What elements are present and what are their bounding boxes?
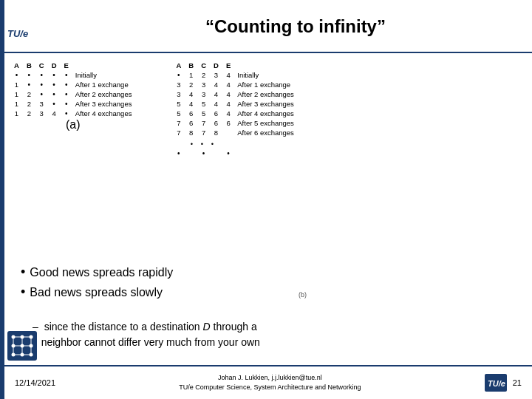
footer-line1: Johan J. Lukkien, j.j.lukkien@tue.nl (179, 373, 361, 383)
table-b: A B C D E • 1 2 3 4 Initial (172, 61, 297, 158)
footer: 12/14/2021 Johan J. Lukkien, j.j.lukkien… (4, 365, 532, 399)
table-a-header-b: B (23, 61, 35, 70)
bullet-item-1: • Good news spreads rapidly (21, 265, 173, 280)
table-a-header-d: D (48, 61, 61, 70)
footer-date: 12/14/2021 (15, 378, 55, 387)
left-bar (0, 0, 4, 399)
table-row: • • • • • Initially (10, 70, 135, 80)
table-a-header-c: C (35, 61, 48, 70)
bullet-text-2: Bad news spreads slowly (30, 286, 163, 299)
sub-bullet-text: since the distance to a destination D th… (33, 321, 260, 348)
footer-line2: TU/e Computer Science, System Architectu… (179, 383, 361, 393)
table-row: • 1 2 3 4 Initially (172, 70, 297, 80)
title-divider (4, 52, 532, 53)
table-b-label: (b) (299, 291, 307, 299)
table-a-label: (a) (66, 118, 81, 132)
table-b-header-a: A (172, 61, 185, 70)
tables-container: A B C D E • • • • • Initial (10, 61, 525, 158)
table-a-header-a: A (10, 61, 23, 70)
table-row: 7 6 7 6 6 After 5 exchanges (172, 118, 297, 128)
main-content: A B C D E • • • • • Initial (10, 58, 525, 362)
dots-row2: • • • (172, 149, 297, 158)
bullet-text-1: Good news spreads rapidly (30, 266, 173, 279)
footer-center: Johan J. Lukkien, j.j.lukkien@tue.nl TU/… (179, 373, 361, 393)
table-a: A B C D E • • • • • Initial (10, 61, 135, 118)
page-title: “Counting to infinity” (74, 16, 517, 37)
table-row: 3 4 3 4 4 After 2 exchanges (172, 89, 297, 99)
table-row: 1 2 3 4 • After 4 exchanges (10, 109, 135, 118)
bullet-item-2: • Bad news spreads slowly (21, 284, 173, 300)
table-row: 5 6 5 6 4 After 4 exchanges (172, 109, 297, 118)
dots-row: • • • (172, 137, 297, 149)
bullet-dot-2: • (21, 284, 25, 300)
sub-bullet: – since the distance to a destination D … (33, 319, 260, 350)
table-b-header-d: D (210, 61, 222, 70)
italic-d: D (203, 321, 211, 332)
tue-footer-icon-svg: TU/e (485, 374, 507, 392)
table-row: 7 8 7 8 After 6 exchanges (172, 128, 297, 137)
table-b-header-e: E (222, 61, 234, 70)
san-logo (7, 331, 38, 362)
table-row: 1 2 3 • • After 3 exchanges (10, 99, 135, 109)
table-row: 1 2 • • • After 2 exchanges (10, 89, 135, 99)
bullet-points: • Good news spreads rapidly • Bad news s… (21, 265, 173, 304)
svg-text:TU/e: TU/e (488, 379, 505, 388)
table-a-wrapper: A B C D E • • • • • Initial (10, 61, 135, 158)
san-icon-svg (7, 331, 37, 361)
footer-right: TU/e 21 (485, 374, 522, 392)
table-row: 1 • • • • After 1 exchange (10, 80, 135, 89)
table-b-wrapper: A B C D E • 1 2 3 4 Initial (172, 61, 297, 158)
table-row: 5 4 5 4 4 After 3 exchanges (172, 99, 297, 109)
footer-page: 21 (513, 378, 522, 387)
table-b-header-label (234, 61, 298, 70)
table-a-header-label (72, 61, 136, 70)
bullet-dot-1: • (21, 265, 25, 280)
table-b-header-c: C (197, 61, 210, 70)
table-a-header-e: E (61, 61, 72, 70)
tue-logo: TU/e (7, 28, 28, 39)
table-row: 3 2 3 4 4 After 1 exchange (172, 80, 297, 89)
table-b-header-b: B (185, 61, 197, 70)
